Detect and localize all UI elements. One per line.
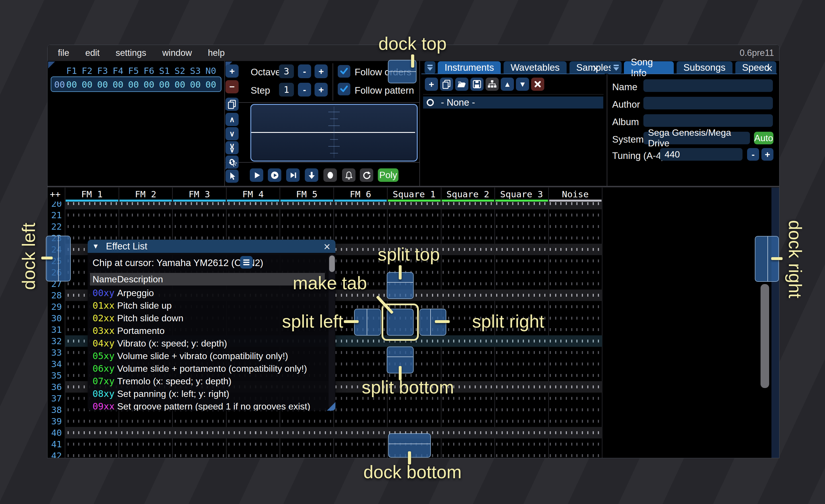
repeat-pattern-button[interactable] xyxy=(360,168,373,182)
close-icon[interactable]: × xyxy=(324,240,330,253)
order-cell[interactable]: 00 xyxy=(79,79,95,90)
channel-header[interactable]: Square 3 xyxy=(495,189,548,199)
collapse-icon[interactable]: ▼ xyxy=(92,242,99,250)
close-icon[interactable]: × xyxy=(766,63,772,74)
splitter-main[interactable] xyxy=(48,186,779,187)
splitter-osc-top[interactable] xyxy=(225,102,420,103)
splitter-osc-bottom[interactable] xyxy=(225,162,420,163)
channel-header[interactable]: FM 5 xyxy=(280,189,334,199)
poly-button[interactable]: Poly xyxy=(378,168,398,182)
splitter-orders[interactable] xyxy=(224,61,225,187)
menu-settings[interactable]: settings xyxy=(108,48,154,58)
pattern-row[interactable]: 22 xyxy=(48,221,779,232)
effect-row[interactable]: 09xxSet groove pattern (speed 1 if no gr… xyxy=(88,400,335,411)
tab-song-info[interactable]: Song Info xyxy=(624,61,674,74)
order-cell[interactable]: 00 xyxy=(64,79,79,90)
system-auto-button[interactable]: Auto xyxy=(754,132,773,144)
play-button[interactable] xyxy=(250,168,263,182)
order-remove-button[interactable]: − xyxy=(225,80,239,93)
resize-grip[interactable] xyxy=(327,402,335,411)
order-cell[interactable]: 00 xyxy=(141,79,157,90)
effect-row[interactable]: 04xyVibrato (x: speed; y: depth) xyxy=(88,337,335,350)
channel-header[interactable]: FM 1 xyxy=(65,189,119,199)
order-duplicate-button[interactable] xyxy=(225,98,239,111)
order-move-down-button[interactable]: ∨ xyxy=(225,127,239,140)
effect-row[interactable]: 07xyTremolo (x: speed; y: depth) xyxy=(88,375,335,388)
song-window-combo-button[interactable] xyxy=(611,61,622,74)
tab-instruments[interactable]: Instruments xyxy=(438,61,501,74)
menu-help[interactable]: help xyxy=(200,48,233,58)
record-button[interactable] xyxy=(323,168,337,182)
order-cell[interactable]: 00 xyxy=(126,79,141,90)
octave-value[interactable]: 3 xyxy=(279,65,294,78)
pattern-row[interactable]: 21 xyxy=(48,209,779,221)
step-plus-button[interactable]: + xyxy=(314,83,328,96)
play-from-cursor-button[interactable] xyxy=(268,168,281,182)
order-add-button[interactable]: + xyxy=(225,65,239,78)
splitter-center[interactable] xyxy=(420,61,420,187)
album-field[interactable] xyxy=(644,114,773,127)
instrument-add-button[interactable]: + xyxy=(425,78,438,91)
tuning-field[interactable]: 440 xyxy=(660,148,743,161)
tab-wavetables[interactable]: Wavetables xyxy=(504,61,566,74)
order-cell[interactable]: 00 xyxy=(188,79,203,90)
follow-pattern-checkbox[interactable] xyxy=(338,83,350,95)
instrument-move-up-button[interactable]: ▲ xyxy=(501,78,514,91)
effect-row[interactable]: 05xyVolume slide + vibrato (compatibilit… xyxy=(88,350,335,362)
menu-file[interactable]: file xyxy=(48,48,77,58)
menu-window[interactable]: window xyxy=(154,48,200,58)
order-cell[interactable]: 00 xyxy=(157,79,172,90)
effect-row[interactable]: 01xxPitch slide up xyxy=(88,299,335,312)
instrument-none-item[interactable]: - None - xyxy=(423,96,603,108)
author-field[interactable] xyxy=(644,97,773,109)
tab-subsongs[interactable]: Subsongs xyxy=(677,61,733,74)
order-cell[interactable]: 00 xyxy=(172,79,188,90)
metronome-button[interactable] xyxy=(342,168,356,182)
channel-header[interactable]: Noise xyxy=(548,189,602,199)
instrument-delete-button[interactable] xyxy=(531,78,544,91)
instrument-open-button[interactable] xyxy=(455,78,468,91)
step-down-button[interactable] xyxy=(305,168,318,182)
name-field[interactable] xyxy=(644,79,773,92)
order-deep-clone-button[interactable] xyxy=(225,156,239,169)
effect-list-menu-button[interactable] xyxy=(240,256,253,269)
pattern-row[interactable]: 20 xyxy=(48,201,779,209)
channel-header[interactable]: FM 4 xyxy=(226,189,280,199)
channel-header[interactable]: FM 6 xyxy=(334,189,388,199)
instrument-save-button[interactable] xyxy=(470,78,483,91)
octave-plus-button[interactable]: + xyxy=(314,65,328,78)
pattern-scrollbar-track[interactable] xyxy=(771,187,779,458)
follow-orders-checkbox[interactable] xyxy=(338,65,350,78)
channel-header[interactable]: Square 2 xyxy=(441,189,495,199)
pattern-corner[interactable]: ++ xyxy=(48,189,65,199)
effect-scrollbar-thumb[interactable] xyxy=(329,255,335,272)
order-row[interactable]: 0000000000000000000000 xyxy=(51,76,221,92)
channel-header[interactable]: FM 3 xyxy=(172,189,226,199)
instruments-window-combo-button[interactable] xyxy=(425,61,435,74)
splitter-instruments[interactable] xyxy=(607,61,607,187)
effect-row[interactable]: 06xyVolume slide + portamento (compatibi… xyxy=(88,362,335,375)
instrument-duplicate-button[interactable] xyxy=(440,78,453,91)
channel-header[interactable]: FM 2 xyxy=(119,189,173,199)
close-icon[interactable]: × xyxy=(592,63,599,74)
step-value[interactable]: 1 xyxy=(279,83,294,96)
octave-minus-button[interactable]: - xyxy=(298,65,311,78)
order-move-up-button[interactable]: ∧ xyxy=(225,113,239,126)
step-minus-button[interactable]: - xyxy=(298,83,311,96)
order-cell[interactable]: 00 xyxy=(110,79,126,90)
pattern-row[interactable]: 39 xyxy=(48,416,779,427)
channel-header[interactable]: Square 1 xyxy=(387,189,441,199)
system-field[interactable]: Sega Genesis/Mega Drive xyxy=(644,132,750,144)
effect-row[interactable]: 08xySet panning (x: left; y: right) xyxy=(88,388,335,400)
step-row-button[interactable] xyxy=(286,168,300,182)
instrument-tree-button[interactable] xyxy=(485,78,499,91)
instrument-move-down-button[interactable]: ▼ xyxy=(516,78,529,91)
menu-edit[interactable]: edit xyxy=(77,48,108,58)
order-duplicate-end-button[interactable]: ∨∨ xyxy=(225,141,239,154)
effect-list-titlebar[interactable]: ▼ Effect List × xyxy=(88,240,335,253)
order-cell[interactable]: 00 xyxy=(203,79,219,90)
order-edit-mode-button[interactable] xyxy=(225,170,239,183)
pattern-scrollbar-thumb[interactable] xyxy=(761,284,769,388)
tuning-plus-button[interactable]: + xyxy=(761,148,773,161)
tuning-minus-button[interactable]: - xyxy=(747,148,759,161)
